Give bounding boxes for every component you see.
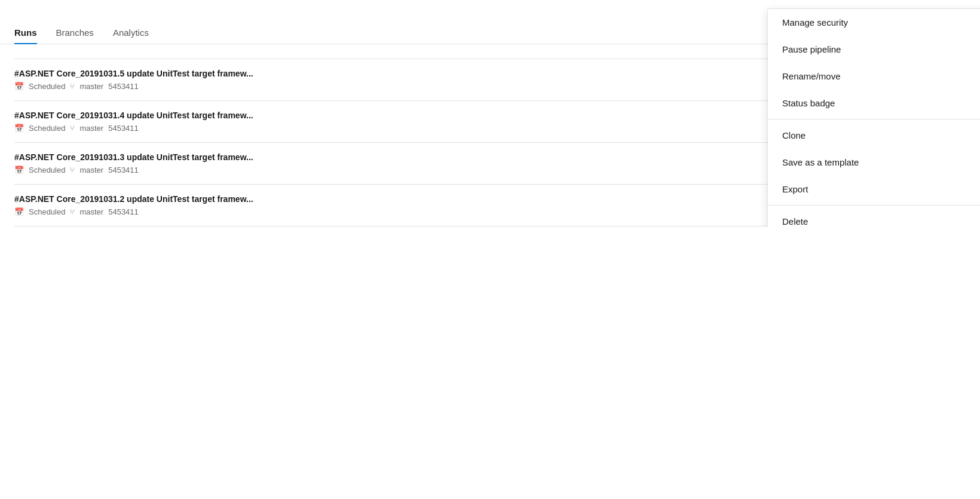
branch-icon: ⑂: [70, 82, 75, 91]
context-menu: Manage securityPause pipelineRename/move…: [767, 8, 980, 226]
menu-item-export[interactable]: Export: [768, 176, 980, 203]
branch-name: master: [79, 166, 103, 175]
menu-divider: [768, 205, 980, 206]
run-info: #ASP.NET Core_20191031.4 update UnitTest…: [14, 111, 882, 133]
content-area: #ASP.NET Core_20191031.5 update UnitTest…: [0, 44, 980, 226]
run-title: #ASP.NET Core_20191031.2 update UnitTest…: [14, 194, 882, 204]
run-info: #ASP.NET Core_20191031.2 update UnitTest…: [14, 194, 882, 216]
menu-item-pause-pipeline[interactable]: Pause pipeline: [768, 36, 980, 63]
run-title: #ASP.NET Core_20191031.4 update UnitTest…: [14, 111, 882, 120]
scheduled-label: Scheduled: [29, 166, 65, 175]
menu-divider: [768, 119, 980, 120]
run-title: #ASP.NET Core_20191031.5 update UnitTest…: [14, 69, 882, 78]
calendar-icon: 📅: [14, 166, 24, 175]
commit-hash: 5453411: [108, 82, 139, 91]
menu-item-save-as-template[interactable]: Save as a template: [768, 149, 980, 176]
run-meta: 📅 Scheduled ⑂ master 5453411: [14, 82, 882, 91]
run-meta: 📅 Scheduled ⑂ master 5453411: [14, 207, 882, 216]
calendar-icon: 📅: [14, 82, 24, 91]
menu-item-rename-move[interactable]: Rename/move: [768, 63, 980, 90]
commit-hash: 5453411: [108, 166, 139, 175]
branch-name: master: [79, 207, 103, 216]
scheduled-label: Scheduled: [29, 82, 65, 91]
calendar-icon: 📅: [14, 124, 24, 133]
menu-item-manage-security[interactable]: Manage security: [768, 9, 980, 36]
scheduled-label: Scheduled: [29, 124, 65, 133]
branch-name: master: [79, 124, 103, 133]
run-meta: 📅 Scheduled ⑂ master 5453411: [14, 166, 882, 175]
commit-hash: 5453411: [108, 207, 139, 216]
menu-item-delete[interactable]: Delete: [768, 208, 980, 226]
menu-item-clone[interactable]: Clone: [768, 122, 980, 149]
branch-icon: ⑂: [70, 207, 75, 216]
run-meta: 📅 Scheduled ⑂ master 5453411: [14, 124, 882, 133]
tab-branches[interactable]: Branches: [56, 27, 94, 44]
branch-name: master: [79, 82, 103, 91]
tab-runs[interactable]: Runs: [14, 27, 37, 44]
scheduled-label: Scheduled: [29, 207, 65, 216]
branch-icon: ⑂: [70, 166, 75, 175]
menu-item-status-badge[interactable]: Status badge: [768, 90, 980, 117]
run-title: #ASP.NET Core_20191031.3 update UnitTest…: [14, 152, 882, 162]
tab-analytics[interactable]: Analytics: [113, 27, 149, 44]
run-info: #ASP.NET Core_20191031.3 update UnitTest…: [14, 152, 882, 175]
calendar-icon: 📅: [14, 207, 24, 216]
run-info: #ASP.NET Core_20191031.5 update UnitTest…: [14, 69, 882, 91]
commit-hash: 5453411: [108, 124, 139, 133]
branch-icon: ⑂: [70, 124, 75, 133]
